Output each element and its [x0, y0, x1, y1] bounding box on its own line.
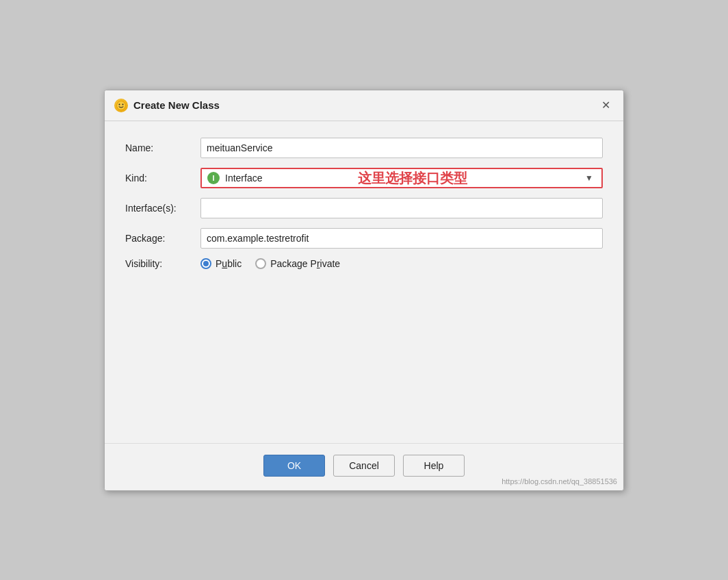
- visibility-radio-group: Public Package Private: [200, 258, 340, 269]
- interface-icon: I: [207, 172, 220, 184]
- svg-point-3: [122, 103, 124, 105]
- radio-package-private[interactable]: Package Private: [255, 258, 340, 269]
- radio-public-underline: u: [222, 258, 227, 269]
- title-bar-left: Create New Class: [114, 99, 220, 112]
- dialog-title: Create New Class: [133, 99, 220, 111]
- interfaces-input[interactable]: [200, 198, 603, 218]
- package-row: Package:: [125, 228, 603, 249]
- kind-dropdown[interactable]: I Interface ▼: [200, 168, 603, 188]
- package-label: Package:: [125, 233, 200, 244]
- title-bar: Create New Class ✕: [105, 90, 623, 121]
- svg-point-1: [117, 101, 125, 110]
- dialog-body: Name: Kind: I Interface ▼ 这里选择接口类型: [105, 121, 623, 292]
- visibility-label: Visibility:: [125, 258, 200, 269]
- radio-public-outer: [200, 258, 211, 269]
- ok-button[interactable]: OK: [263, 455, 325, 477]
- radio-package-private-outer: [255, 258, 266, 269]
- package-input[interactable]: [200, 228, 603, 249]
- help-button[interactable]: Help: [403, 455, 465, 477]
- kind-label: Kind:: [125, 173, 200, 184]
- name-label: Name:: [125, 142, 200, 153]
- radio-public-inner: [203, 261, 209, 266]
- radio-package-private-label: Package Private: [270, 258, 340, 269]
- kind-row: Kind: I Interface ▼ 这里选择接口类型: [125, 168, 603, 188]
- svg-point-2: [119, 103, 120, 105]
- dialog-icon: [114, 99, 128, 112]
- name-input[interactable]: [200, 138, 603, 158]
- name-field-wrapper: [200, 138, 603, 158]
- radio-package-private-underline: r: [317, 258, 320, 269]
- kind-field-wrapper: I Interface ▼ 这里选择接口类型: [200, 168, 603, 188]
- interfaces-field-wrapper: [200, 198, 603, 218]
- radio-public[interactable]: Public: [200, 258, 242, 269]
- radio-public-label: Public: [216, 258, 242, 269]
- interfaces-label: Interface(s):: [125, 203, 200, 214]
- create-new-class-dialog: Create New Class ✕ Name: Kind: I Interfa…: [104, 90, 624, 491]
- interfaces-row: Interface(s):: [125, 198, 603, 218]
- watermark: https://blog.csdn.net/qq_38851536: [502, 477, 617, 486]
- visibility-row: Visibility: Public Package Private: [125, 258, 603, 269]
- name-row: Name:: [125, 138, 603, 158]
- close-button[interactable]: ✕: [597, 97, 614, 114]
- spacer: [105, 292, 623, 443]
- dropdown-arrow-icon: ▼: [582, 171, 596, 185]
- package-field-wrapper: [200, 228, 603, 249]
- cancel-button[interactable]: Cancel: [333, 455, 395, 477]
- kind-value: Interface: [225, 173, 582, 184]
